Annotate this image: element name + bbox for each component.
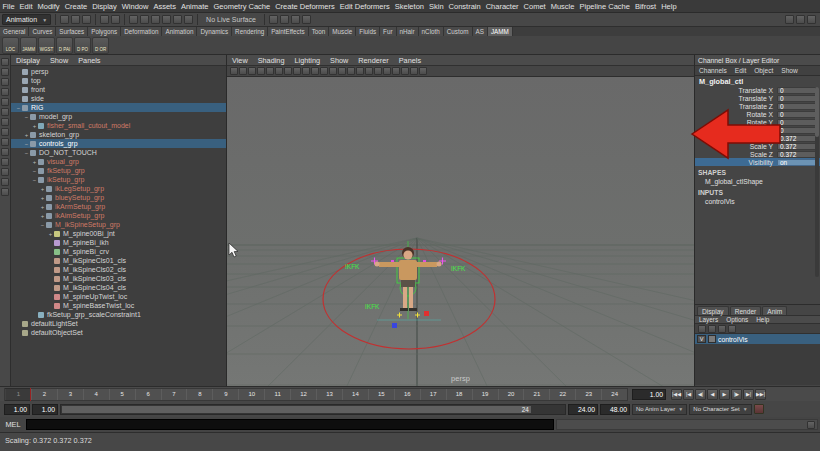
move-tool-icon[interactable] xyxy=(1,88,9,96)
move-layer-up-icon[interactable] xyxy=(718,325,726,333)
outliner-row[interactable]: M_spineBaseTwist_loc xyxy=(11,301,226,310)
frame-tick[interactable]: 24 xyxy=(601,389,627,400)
resolution-gate-icon[interactable] xyxy=(419,67,427,75)
playback-end-field[interactable]: 24.00 xyxy=(568,404,598,415)
layer-editor-menu-item[interactable]: Help xyxy=(752,316,773,323)
layer-editor-tab[interactable]: Display xyxy=(697,306,729,315)
outliner-row[interactable]: + visual_grp xyxy=(11,157,226,166)
outliner-row[interactable]: + skeleton_grp xyxy=(11,130,226,139)
shelf-tab[interactable]: Dynamics xyxy=(197,27,232,36)
textured-icon[interactable] xyxy=(293,67,301,75)
step-back-key-button[interactable]: |◀ xyxy=(683,389,694,400)
menubar-item[interactable]: Constrain xyxy=(446,2,483,11)
step-forward-key-button[interactable]: ▶| xyxy=(743,389,754,400)
channel-value-field[interactable]: 0 xyxy=(777,87,817,94)
single-pane-layout-icon[interactable] xyxy=(1,128,9,136)
frame-tick[interactable]: 5 xyxy=(109,389,135,400)
outliner-row[interactable]: − model_grp xyxy=(11,112,226,121)
outliner-row[interactable]: defaultObjectSet xyxy=(11,328,226,337)
viewport-menu-item[interactable]: Renderer xyxy=(353,56,393,65)
outliner-row[interactable]: + ikAimSetup_grp xyxy=(11,211,226,220)
menubar-item[interactable]: Comet xyxy=(521,2,548,11)
wireframe-on-shaded-icon[interactable] xyxy=(374,67,382,75)
use-lights-icon[interactable] xyxy=(302,67,310,75)
redo-icon[interactable] xyxy=(111,15,120,24)
loc-shelf-button[interactable]: LOC xyxy=(2,37,19,54)
channel-box-scrollbar[interactable] xyxy=(815,87,819,277)
channel-box-menu-item[interactable]: Show xyxy=(777,67,802,74)
viewport-menu-item[interactable]: Lighting xyxy=(289,56,325,65)
persp-outliner-layout-icon[interactable] xyxy=(1,148,9,156)
menubar-item[interactable]: Display xyxy=(90,2,120,11)
outliner-menu-item[interactable]: Panels xyxy=(73,56,105,65)
wireframe-icon[interactable] xyxy=(275,67,283,75)
rotate-tool-icon[interactable] xyxy=(1,98,9,106)
frame-tick[interactable]: 19 xyxy=(472,389,498,400)
shelf-tab[interactable]: Polygons xyxy=(88,27,121,36)
smooth-shade-icon[interactable] xyxy=(284,67,292,75)
menubar-item[interactable]: Assets xyxy=(151,2,179,11)
expand-toggle-icon[interactable]: − xyxy=(23,150,30,156)
shelf-tab[interactable]: Custom xyxy=(444,27,473,36)
menubar-item[interactable]: Window xyxy=(119,2,151,11)
outliner-row[interactable]: − M_ikSpineSetup_grp xyxy=(11,220,226,229)
outliner-row[interactable]: M_ikSpineCls02_cls xyxy=(11,265,226,274)
input-node-name[interactable]: controlVis xyxy=(695,197,820,206)
shape-node-name[interactable]: M_global_ctlShape xyxy=(695,177,820,186)
outliner-row[interactable]: + M_spine00Bi_jnt xyxy=(11,229,226,238)
frame-tick[interactable]: 15 xyxy=(368,389,394,400)
shelf-tab[interactable]: General xyxy=(0,27,29,36)
scale-tool-icon[interactable] xyxy=(1,108,9,116)
shelf-tab[interactable]: Animation xyxy=(162,27,197,36)
lock-camera-icon[interactable] xyxy=(239,67,247,75)
select-camera-icon[interactable] xyxy=(230,67,238,75)
expand-toggle-icon[interactable]: − xyxy=(31,177,38,183)
expand-toggle-icon[interactable]: − xyxy=(23,114,30,120)
outliner-row[interactable]: front xyxy=(11,85,226,94)
animation-start-field[interactable]: 1.00 xyxy=(4,404,30,415)
channel-row[interactable]: Translate Y 0 xyxy=(695,94,820,102)
expand-toggle-icon[interactable]: + xyxy=(39,195,46,201)
shelf-tab[interactable]: nCloth xyxy=(419,27,444,36)
channel-box-menu-item[interactable]: Object xyxy=(750,67,777,74)
channel-box-menu-item[interactable]: Edit xyxy=(731,67,750,74)
menubar-item[interactable]: File xyxy=(0,2,17,11)
outliner-row[interactable]: M_ikSpineCls04_cls xyxy=(11,283,226,292)
undo-icon[interactable] xyxy=(100,15,109,24)
frame-tick[interactable]: 2 xyxy=(31,389,57,400)
play-forwards-button[interactable]: ▶ xyxy=(719,389,730,400)
current-frame-indicator[interactable] xyxy=(5,388,31,401)
hypershade-layout-icon[interactable] xyxy=(1,168,9,176)
outliner-row[interactable]: M_ikSpineCls03_cls xyxy=(11,274,226,283)
character-set-dropdown[interactable]: No Character Set▼ xyxy=(689,404,751,415)
shelf-tab[interactable]: PaintEffects xyxy=(268,27,309,36)
menubar-item[interactable]: Geometry Cache xyxy=(211,2,273,11)
frame-tick[interactable]: 4 xyxy=(83,389,109,400)
film-gate-icon[interactable] xyxy=(410,67,418,75)
snap-to-curve-icon[interactable] xyxy=(140,15,149,24)
xray-icon[interactable] xyxy=(365,67,373,75)
expand-toggle-icon[interactable]: + xyxy=(39,186,46,192)
frame-tick[interactable]: 16 xyxy=(394,389,420,400)
frame-tick[interactable]: 7 xyxy=(161,389,187,400)
outliner-row[interactable]: M_spineBi_crv xyxy=(11,247,226,256)
snap-to-grid-icon[interactable] xyxy=(129,15,138,24)
range-slider-track[interactable]: 24 xyxy=(60,404,566,415)
panel-layout-icon[interactable] xyxy=(1,188,9,196)
layer-editor-menu-item[interactable]: Layers xyxy=(695,316,722,323)
shelf-tab[interactable]: Fluids xyxy=(356,27,380,36)
range-slider-bar[interactable]: 24 xyxy=(62,406,531,413)
shelf-tab[interactable]: Curves xyxy=(29,27,56,36)
viewport-menu-item[interactable]: Panels xyxy=(394,56,426,65)
expand-toggle-icon[interactable]: − xyxy=(15,105,22,111)
shelf-tab[interactable]: nHair xyxy=(397,27,419,36)
camera-mask-icon[interactable] xyxy=(392,67,400,75)
go-to-end-button[interactable]: ▶▶| xyxy=(755,389,766,400)
shelf-tab[interactable]: Toon xyxy=(309,27,330,36)
shelf-tab[interactable]: JAMM xyxy=(488,27,513,36)
snap-to-point-icon[interactable] xyxy=(151,15,160,24)
outliner-row[interactable]: side xyxy=(11,94,226,103)
command-line-input[interactable] xyxy=(26,419,554,430)
expand-toggle-icon[interactable]: + xyxy=(39,213,46,219)
shadows-icon[interactable] xyxy=(311,67,319,75)
